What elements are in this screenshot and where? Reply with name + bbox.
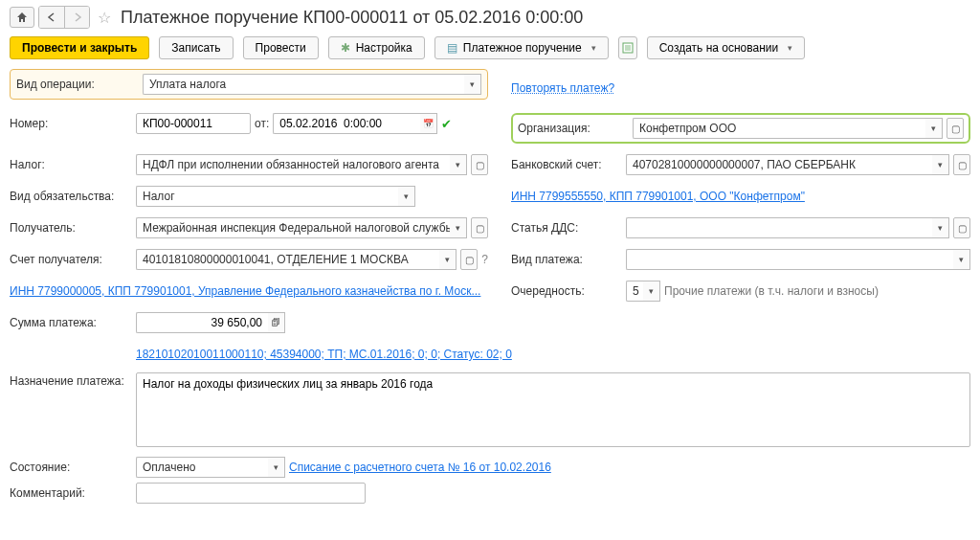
recipient-account-open-icon[interactable]: ▢: [460, 249, 478, 270]
organization-dropdown-icon[interactable]: ▾: [925, 118, 943, 139]
from-date-label: от:: [255, 117, 269, 130]
org-inn-link[interactable]: ИНН 7799555550, КПП 779901001, ООО "Конф…: [511, 190, 805, 203]
save-close-button[interactable]: Провести и закрыть: [10, 36, 149, 59]
organization-label: Организация:: [518, 122, 633, 135]
payment-type-label: Вид платежа:: [511, 253, 626, 266]
liability-value[interactable]: Налог: [136, 186, 398, 207]
dds-open-icon[interactable]: ▢: [953, 217, 970, 238]
organization-open-icon[interactable]: ▢: [947, 118, 964, 139]
amount-input[interactable]: [136, 312, 268, 333]
priority-value[interactable]: 5: [626, 281, 643, 302]
operation-type-highlight: Вид операции: Уплата налога ▾: [10, 69, 488, 100]
bank-account-value[interactable]: 40702810000000000007, ПАО СБЕРБАНК: [626, 154, 932, 175]
write-button[interactable]: Записать: [159, 36, 233, 59]
help-icon[interactable]: ?: [481, 253, 488, 266]
gear-icon: [341, 41, 350, 55]
payment-order-button[interactable]: Платежное поручение: [434, 36, 609, 59]
organization-highlight: Организация: Конфетпром ООО ▾ ▢: [511, 113, 970, 144]
calculator-icon[interactable]: 🗐: [268, 312, 285, 333]
settings-button[interactable]: Настройка: [328, 36, 425, 59]
repeat-payment-link[interactable]: Повторять платеж?: [511, 81, 614, 95]
organization-value[interactable]: Конфетпром ООО: [633, 118, 925, 139]
number-label: Номер:: [10, 117, 136, 130]
status-dropdown-icon[interactable]: ▾: [268, 457, 285, 478]
tax-dropdown-icon[interactable]: ▾: [450, 154, 467, 175]
liability-label: Вид обязательства:: [10, 190, 136, 203]
favorite-star-icon[interactable]: ☆: [98, 9, 111, 27]
operation-type-value[interactable]: Уплата налога: [143, 74, 464, 95]
date-input[interactable]: [273, 113, 420, 134]
purpose-label: Назначение платежа:: [10, 372, 136, 388]
bank-account-label: Банковский счет:: [511, 158, 626, 171]
dds-value[interactable]: [626, 217, 932, 238]
bank-dropdown-icon[interactable]: ▾: [932, 154, 949, 175]
page-title: Платежное поручение КП00-000011 от 05.02…: [121, 8, 583, 28]
document-icon: [447, 41, 457, 55]
sheet-button[interactable]: [618, 36, 637, 59]
recipient-label: Получатель:: [10, 221, 136, 235]
calendar-icon[interactable]: 📅: [420, 113, 437, 134]
priority-dropdown-icon[interactable]: ▾: [643, 281, 660, 302]
status-value[interactable]: Оплачено: [136, 457, 268, 478]
payment-order-label: Платежное поручение: [463, 41, 582, 55]
posted-check-icon: ✔: [441, 117, 452, 131]
forward-button[interactable]: [64, 7, 89, 28]
recipient-account-dropdown-icon[interactable]: ▾: [439, 249, 457, 270]
recipient-value[interactable]: Межрайонная инспекция Федеральной налого…: [136, 217, 450, 238]
tax-label: Налог:: [10, 158, 136, 171]
kbk-details-link[interactable]: 18210102010011000110; 45394000; ТП; МС.0…: [136, 348, 512, 361]
back-button[interactable]: [39, 7, 64, 28]
comment-label: Комментарий:: [10, 486, 136, 500]
operation-type-label: Вид операции:: [16, 78, 143, 91]
bank-open-icon[interactable]: ▢: [953, 154, 970, 175]
recipient-account-value[interactable]: 40101810800000010041, ОТДЕЛЕНИЕ 1 МОСКВА: [136, 249, 439, 270]
priority-hint: Прочие платежи (в т.ч. налоги и взносы): [664, 284, 879, 298]
purpose-textarea[interactable]: [136, 372, 970, 447]
nav-back-forward: [38, 6, 90, 29]
amount-label: Сумма платежа:: [10, 316, 136, 329]
create-based-button[interactable]: Создать на основании: [647, 36, 806, 59]
status-label: Состояние:: [10, 461, 136, 474]
recipient-dropdown-icon[interactable]: ▾: [450, 217, 467, 238]
tax-value[interactable]: НДФЛ при исполнении обязанностей налогов…: [136, 154, 450, 175]
settings-label: Настройка: [356, 41, 412, 55]
writeoff-link[interactable]: Списание с расчетного счета № 16 от 10.0…: [289, 461, 551, 474]
priority-label: Очередность:: [511, 284, 626, 298]
toolbar: Провести и закрыть Записать Провести Нас…: [10, 36, 970, 59]
recipient-account-label: Счет получателя:: [10, 253, 136, 266]
dds-dropdown-icon[interactable]: ▾: [932, 217, 949, 238]
process-button[interactable]: Провести: [243, 36, 319, 59]
recipient-open-icon[interactable]: ▢: [471, 217, 488, 238]
home-button[interactable]: [10, 7, 34, 28]
number-input[interactable]: [136, 113, 251, 134]
tax-open-icon[interactable]: ▢: [471, 154, 488, 175]
liability-dropdown-icon[interactable]: ▾: [398, 186, 415, 207]
comment-input[interactable]: [136, 483, 366, 504]
payment-type-dropdown-icon[interactable]: ▾: [953, 249, 970, 270]
operation-type-dropdown-icon[interactable]: ▾: [464, 74, 481, 95]
payment-type-value[interactable]: [626, 249, 953, 270]
recipient-inn-link[interactable]: ИНН 7799000005, КПП 779901001, Управлени…: [10, 284, 480, 298]
dds-label: Статья ДДС:: [511, 221, 626, 235]
